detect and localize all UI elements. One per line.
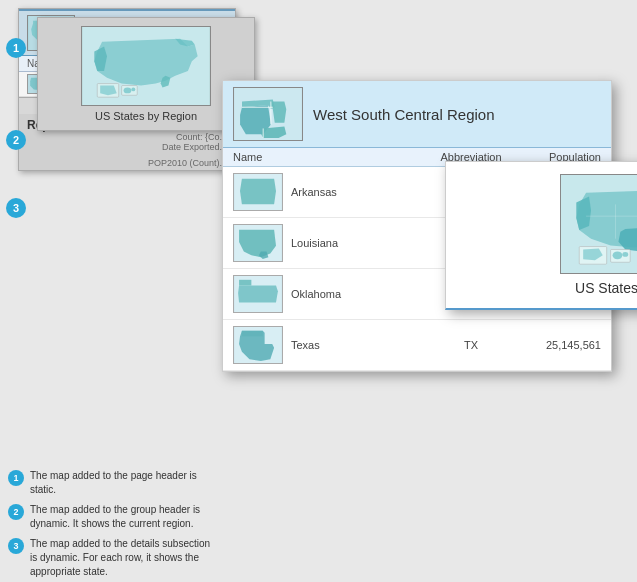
svg-marker-38 [240, 179, 276, 205]
front-col-name: Name [233, 151, 431, 163]
annotation-text-1: The map added to the page header is stat… [30, 469, 217, 497]
front-header-map [560, 174, 637, 274]
front-row-map-louisiana [233, 224, 283, 262]
svg-point-8 [124, 87, 132, 93]
svg-marker-44 [239, 280, 251, 286]
annotation-badge-2: 2 [8, 504, 24, 520]
front-row-map-oklahoma [233, 275, 283, 313]
front-map-label: US States by Region [575, 280, 637, 296]
report-back-preview: US States by Region {SUB_REGION} Region … [18, 8, 236, 171]
back-pop-total: POP2010 (Count)... [19, 156, 235, 170]
svg-point-24 [622, 252, 628, 257]
annotation-3: 3 The map added to the details subsectio… [0, 534, 225, 582]
svg-point-9 [131, 87, 135, 91]
front-row-map-texas [233, 326, 283, 364]
back-totals-date: Date Exported... [27, 142, 227, 152]
svg-marker-16 [576, 197, 591, 230]
front-row-map-arkansas [233, 173, 283, 211]
badge-1: 1 [6, 38, 26, 58]
front-region-title: West South Central Region [313, 106, 495, 123]
badge-3: 3 [6, 198, 26, 218]
annotation-badge-3: 3 [8, 538, 24, 554]
svg-marker-47 [242, 331, 263, 337]
back-totals-count: Count: {Co... [27, 132, 227, 142]
badge-2: 2 [6, 130, 26, 150]
svg-marker-43 [238, 285, 278, 302]
svg-point-23 [613, 251, 623, 259]
front-page-header: US States by Region [445, 161, 637, 310]
front-group-map [233, 87, 303, 141]
back-header-map [81, 26, 211, 106]
front-group-header: West South Central Region [223, 81, 611, 148]
back-map-label: US States by Region [95, 110, 197, 122]
annotation-text-3: The map added to the details subsection … [30, 537, 217, 579]
annotation-badge-1: 1 [8, 470, 24, 486]
annotation-2: 2 The map added to the group header is d… [0, 500, 225, 534]
annotation-1: 1 The map added to the page header is st… [0, 466, 225, 500]
front-row-data-texas: Texas TX 25,145,561 [291, 339, 601, 351]
svg-marker-6 [100, 86, 117, 96]
annotation-text-2: The map added to the group header is dyn… [30, 503, 217, 531]
annotations-container: 1 The map added to the page header is st… [0, 466, 225, 582]
report-front-preview: US States by Region West South Centr [222, 80, 612, 372]
front-row-texas: Texas TX 25,145,561 [223, 320, 611, 371]
